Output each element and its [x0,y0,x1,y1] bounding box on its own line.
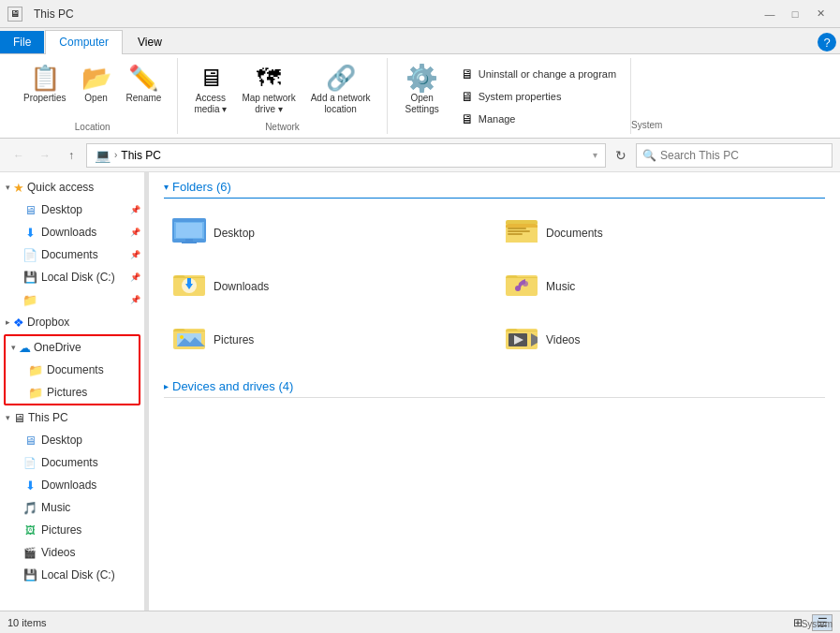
folder-downloads-name: Downloads [214,280,269,293]
search-magnifier-icon: 🔍 [642,149,656,162]
system-props-button[interactable]: 🖥 System properties [455,86,621,107]
sidebar-header-this-pc[interactable]: ▾ 🖥 This PC [0,406,144,429]
path-dropdown-icon[interactable]: ▾ [593,150,597,160]
sidebar-item-extra[interactable]: 📁 📌 [15,288,144,311]
pc-videos-label: Videos [41,546,140,559]
refresh-button[interactable]: ↻ [610,144,632,167]
open-settings-label: OpenSettings [405,93,439,115]
sidebar-item-downloads[interactable]: ⬇ Downloads 📌 [15,221,144,243]
desktop-label: Desktop [41,203,126,216]
sidebar-item-pc-videos[interactable]: 🎬 Videos [15,541,144,564]
folder-desktop-icon [172,214,206,251]
sidebar-item-documents[interactable]: 📄 Documents 📌 [15,243,144,266]
close-button[interactable]: ✕ [808,4,833,24]
sidebar-item-desktop[interactable]: 🖥 Desktop 📌 [15,199,144,221]
documents-label: Documents [41,248,126,261]
pin-icon-downloads: 📌 [130,228,140,237]
system-props-label: System properties [479,91,562,102]
maximize-button[interactable]: □ [783,4,807,24]
pc-videos-icon: 🎬 [22,545,37,560]
search-input[interactable] [660,149,826,162]
tab-file[interactable]: File [0,31,44,53]
sidebar-item-onedrive-pictures[interactable]: 📁 Pictures [21,381,139,404]
onedrive-documents-label: Documents [47,363,135,376]
onedrive-pictures-label: Pictures [47,386,135,399]
access-media-icon: 🖥 [196,63,226,93]
open-settings-button[interactable]: ⚙️ OpenSettings [397,60,448,132]
help-button[interactable]: ? [818,33,836,52]
up-button[interactable]: ↑ [60,144,82,167]
rename-button[interactable]: ✏️ Rename [120,60,169,107]
map-network-button[interactable]: 🗺 Map networkdrive ▾ [235,60,302,118]
sidebar-item-pc-downloads[interactable]: ⬇ Downloads [15,474,144,496]
access-media-label: Accessmedia ▾ [194,93,227,115]
sidebar-item-pc-music[interactable]: 🎵 Music [15,496,144,519]
manage-button[interactable]: 🖥 Manage [455,109,621,129]
downloads-label: Downloads [41,226,126,239]
access-media-button[interactable]: 🖥 Accessmedia ▾ [187,60,233,118]
back-button[interactable]: ← [7,144,30,167]
open-label: Open [84,93,107,104]
ribbon-group-location: 📋 Properties 📂 Open ✏️ Rename Location [7,58,178,134]
sidebar-header-quick-access[interactable]: ▾ ★ Quick access [0,176,144,199]
this-pc-icon: 🖥 [13,411,25,425]
map-network-icon: 🗺 [254,63,284,93]
status-bar: 10 items ⊞ ☰ [0,611,840,633]
devices-section-header[interactable]: ▸ Devices and drives (4) [164,379,825,398]
uninstall-button[interactable]: 🖥 Uninstall or change a program [455,64,621,84]
sidebar-item-pc-desktop[interactable]: 🖥 Desktop [15,429,144,451]
svg-rect-10 [508,233,523,235]
folders-grid: Desktop Documents Downloads [164,208,825,364]
add-network-label: Add a networklocation [311,93,371,115]
local-disk-icon: 💾 [22,270,37,285]
folder-music-name: Music [546,280,575,293]
sidebar-item-pc-pictures[interactable]: 🖼 Pictures [15,519,144,541]
add-network-button[interactable]: 🔗 Add a networklocation [304,60,377,118]
sidebar-item-pc-local-disk[interactable]: 💾 Local Disk (C:) [15,564,144,586]
ribbon: 📋 Properties 📂 Open ✏️ Rename Location 🖥… [0,54,840,139]
system-actions: 🖥 Uninstall or change a program 🖥 System… [455,60,621,132]
title-bar-icons: 🖥 [7,7,22,22]
path-pc-icon: 💻 [95,148,111,163]
folder-pictures-icon [172,321,206,358]
sidebar-item-onedrive-documents[interactable]: 📁 Documents [21,359,139,381]
folder-item-downloads[interactable]: Downloads [164,261,493,311]
folder-item-music[interactable]: Music [496,261,825,311]
desktop-icon: 🖥 [22,202,37,217]
sidebar-item-local-disk[interactable]: 💾 Local Disk (C:) 📌 [15,266,144,288]
path-chevron: › [114,150,117,160]
this-pc-children: 🖥 Desktop 📄 Documents ⬇ Downloads 🎵 Musi… [0,429,144,586]
this-pc-label: This PC [28,411,68,424]
tab-view[interactable]: View [124,30,176,53]
svg-rect-8 [508,228,526,229]
folder-videos-name: Videos [546,333,580,346]
pc-local-disk-label: Local Disk (C:) [41,568,140,581]
pc-pictures-icon: 🖼 [22,523,37,537]
path-label: This PC [121,149,161,162]
extra-folder-icon: 📁 [22,292,37,307]
uninstall-label: Uninstall or change a program [479,68,616,80]
sidebar-header-onedrive[interactable]: ▾ ☁ OneDrive [6,336,139,359]
properties-button[interactable]: 📋 Properties [17,60,73,107]
folder-videos-icon [505,321,538,358]
sidebar-item-pc-documents[interactable]: 📄 Documents [15,451,144,474]
tab-computer[interactable]: Computer [45,30,123,54]
folder-item-pictures[interactable]: Pictures [164,315,493,364]
folders-section-header[interactable]: ▾ Folders (6) [164,180,825,199]
open-button[interactable]: 📂 Open [75,60,118,107]
quick-access-icon: ★ [13,181,24,195]
rename-label: Rename [126,93,162,104]
minimize-button[interactable]: — [758,4,782,24]
folder-item-videos[interactable]: Videos [496,315,825,364]
title-bar-controls: — □ ✕ [758,4,833,24]
address-path[interactable]: 💻 › This PC ▾ [86,143,606,168]
forward-button[interactable]: → [34,144,56,167]
folder-item-documents[interactable]: Documents [496,208,825,258]
pc-desktop-label: Desktop [41,434,140,447]
pc-docs-icon: 📄 [22,455,37,470]
map-network-label: Map networkdrive ▾ [242,93,295,115]
folder-item-desktop[interactable]: Desktop [164,208,493,258]
sidebar-header-dropbox[interactable]: ▸ ❖ Dropbox [0,311,144,333]
pc-documents-label: Documents [41,456,140,469]
search-box: 🔍 [636,143,833,168]
